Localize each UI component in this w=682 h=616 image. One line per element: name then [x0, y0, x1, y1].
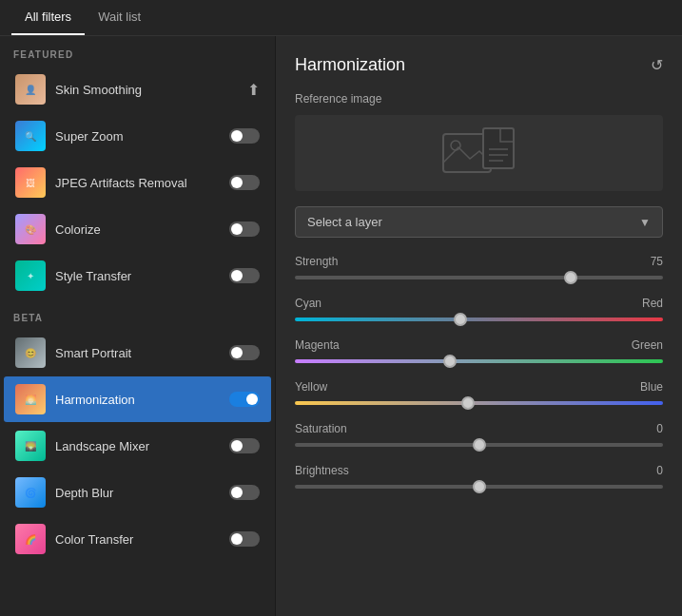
slider-yellow-label: Yellow — [295, 380, 327, 394]
chevron-down-icon: ▼ — [639, 216, 651, 229]
ref-image-section: Reference image — [295, 92, 663, 191]
tab-all-filters[interactable]: All filters — [11, 0, 85, 35]
section-featured: FEATURED — [0, 36, 275, 66]
filter-thumb-harmonization: 🌅 — [15, 384, 46, 414]
filter-name-smart-portrait: Smart Portrait — [55, 346, 229, 360]
filter-item-harmonization[interactable]: 🌅 Harmonization — [4, 376, 271, 422]
slider-strength-value: 75 — [651, 255, 663, 268]
panel-title: Harmonization — [295, 55, 405, 75]
ref-image-label: Reference image — [295, 92, 663, 106]
filter-name-jpeg-removal: JPEG Artifacts Removal — [55, 176, 229, 190]
filter-name-landscape-mixer: Landscape Mixer — [55, 439, 229, 453]
filter-item-smart-portrait[interactable]: 😊 Smart Portrait — [4, 330, 271, 375]
filter-thumb-colorize: 🎨 — [15, 214, 46, 244]
slider-magenta-green: Magenta Green — [295, 338, 663, 363]
filter-item-super-zoom[interactable]: 🔍 Super Zoom — [4, 113, 271, 159]
select-layer-value: Select a layer — [307, 215, 382, 229]
filter-item-color-transfer[interactable]: 🌈 Color Transfer — [4, 516, 271, 562]
toggle-color-transfer[interactable] — [229, 531, 260, 547]
filter-item-style-transfer[interactable]: ✦ Style Transfer — [4, 253, 271, 298]
slider-saturation-track[interactable] — [295, 443, 663, 447]
filter-thumb-jpeg-removal: 🖼 — [15, 167, 46, 198]
ref-image-placeholder[interactable] — [295, 115, 663, 191]
filter-name-color-transfer: Color Transfer — [55, 532, 229, 547]
slider-saturation-thumb[interactable] — [473, 438, 486, 452]
slider-brightness-track[interactable] — [295, 485, 663, 489]
slider-saturation-header: Saturation 0 — [295, 422, 663, 435]
panel-header: Harmonization ↺ — [295, 55, 663, 75]
reset-icon[interactable]: ↺ — [651, 56, 663, 74]
slider-yellow-blue: Yellow Blue — [295, 380, 663, 405]
slider-saturation: Saturation 0 — [295, 422, 663, 447]
filter-item-landscape-mixer[interactable]: 🌄 Landscape Mixer — [4, 423, 271, 469]
slider-saturation-label: Saturation — [295, 422, 347, 435]
slider-cyan-label: Cyan — [295, 297, 322, 310]
slider-brightness: Brightness 0 — [295, 464, 663, 489]
toggle-harmonization[interactable] — [229, 392, 260, 407]
toggle-style-transfer[interactable] — [229, 268, 260, 283]
toggle-landscape-mixer[interactable] — [229, 438, 260, 453]
slider-saturation-value: 0 — [656, 422, 663, 435]
filter-thumb-depth-blur: 🌀 — [15, 477, 46, 508]
filter-name-colorize: Colorize — [55, 222, 229, 237]
slider-blue-label: Blue — [640, 380, 663, 394]
slider-magenta-green-track[interactable] — [295, 359, 663, 363]
filter-name-skin-smoothing: Skin Smoothing — [55, 83, 247, 97]
filter-thumb-smart-portrait: 😊 — [15, 337, 46, 368]
right-panel: Harmonization ↺ Reference image — [276, 36, 682, 616]
toggle-super-zoom[interactable] — [229, 128, 260, 144]
filter-name-super-zoom: Super Zoom — [55, 129, 229, 144]
cloud-download-icon: ⬆ — [247, 81, 260, 99]
slider-magenta-label: Magenta — [295, 338, 340, 352]
slider-strength-thumb[interactable] — [564, 271, 577, 284]
slider-cyan-red-header: Cyan Red — [295, 297, 663, 310]
slider-red-label: Red — [642, 297, 663, 310]
toggle-colorize[interactable] — [229, 221, 260, 237]
section-beta: BETA — [0, 299, 275, 329]
tab-wait-list[interactable]: Wait list — [85, 0, 154, 35]
filter-name-style-transfer: Style Transfer — [55, 269, 229, 283]
slider-cyan-red: Cyan Red — [295, 297, 663, 321]
slider-strength-track[interactable] — [295, 276, 663, 279]
filter-item-skin-smoothing[interactable]: 👤 Skin Smoothing ⬆ — [4, 67, 271, 112]
slider-strength: Strength 75 — [295, 255, 663, 279]
slider-yellow-blue-thumb[interactable] — [461, 396, 475, 410]
slider-magenta-green-header: Magenta Green — [295, 338, 663, 352]
slider-yellow-blue-header: Yellow Blue — [295, 380, 663, 394]
top-tabs: All filters Wait list — [0, 0, 682, 36]
slider-cyan-red-track[interactable] — [295, 318, 663, 321]
left-panel: FEATURED 👤 Skin Smoothing ⬆ 🔍 Super Zoom… — [0, 36, 276, 616]
filter-name-harmonization: Harmonization — [55, 393, 229, 407]
filter-item-colorize[interactable]: 🎨 Colorize — [4, 206, 271, 252]
slider-green-label: Green — [632, 338, 663, 352]
filter-thumb-style-transfer: ✦ — [15, 260, 46, 291]
filter-item-depth-blur[interactable]: 🌀 Depth Blur — [4, 470, 271, 515]
filter-thumb-landscape-mixer: 🌄 — [15, 431, 46, 461]
slider-brightness-value: 0 — [656, 464, 663, 477]
slider-cyan-red-thumb[interactable] — [454, 313, 467, 326]
filter-thumb-color-transfer: 🌈 — [15, 524, 46, 554]
slider-brightness-label: Brightness — [295, 464, 349, 477]
slider-brightness-thumb[interactable] — [473, 480, 486, 493]
filter-item-jpeg-removal[interactable]: 🖼 JPEG Artifacts Removal — [4, 160, 271, 205]
slider-magenta-green-thumb[interactable] — [443, 355, 457, 368]
slider-strength-header: Strength 75 — [295, 255, 663, 268]
filter-name-depth-blur: Depth Blur — [55, 486, 229, 500]
slider-yellow-blue-track[interactable] — [295, 401, 663, 405]
filter-thumb-super-zoom: 🔍 — [15, 121, 46, 151]
select-layer-dropdown[interactable]: Select a layer ▼ — [295, 206, 663, 238]
main-layout: FEATURED 👤 Skin Smoothing ⬆ 🔍 Super Zoom… — [0, 36, 682, 616]
slider-brightness-header: Brightness 0 — [295, 464, 663, 477]
slider-strength-label: Strength — [295, 255, 338, 268]
toggle-jpeg-removal[interactable] — [229, 175, 260, 190]
toggle-smart-portrait[interactable] — [229, 345, 260, 360]
svg-rect-2 — [483, 128, 514, 168]
filter-thumb-skin-smoothing: 👤 — [15, 74, 46, 105]
toggle-depth-blur[interactable] — [229, 485, 260, 500]
